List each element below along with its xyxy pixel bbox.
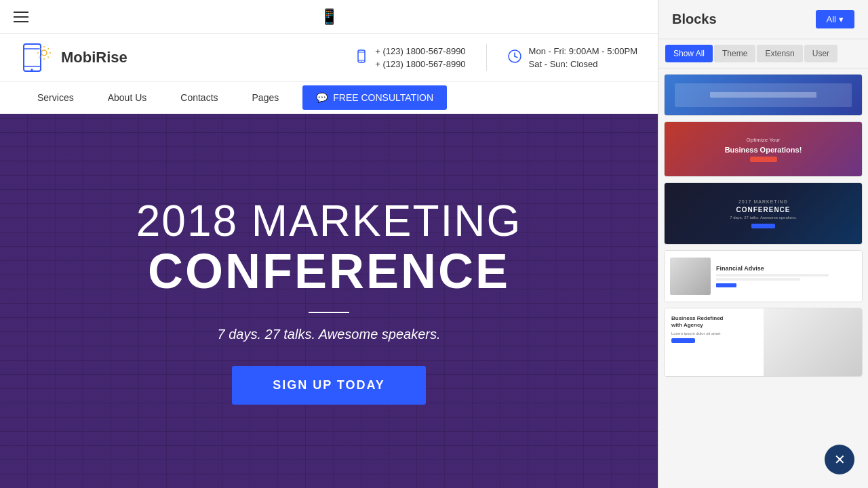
phone-text: + (123) 1800-567-8990 + (123) 1800-567-8… (375, 45, 465, 71)
main-nav: Services About Us Contacts Pages 💬 FREE … (0, 82, 658, 114)
hours-weekend: Sat - Sun: Closed (529, 58, 637, 71)
preview-3-visual: 2017 MARKETING CONFERENCE 7 days. 27 tal… (665, 183, 862, 244)
hero-subtitle: 7 days. 27 talks. Awesome speakers. (136, 327, 522, 342)
nav-pages[interactable]: Pages (235, 82, 296, 113)
svg-line-19 (515, 56, 517, 58)
sidebar-title: Blocks (672, 12, 717, 27)
block-preview-1[interactable] (664, 74, 863, 116)
phone-icon (355, 49, 368, 66)
preview-3-year: 2017 MARKETING (738, 199, 788, 204)
tab-user[interactable]: User (804, 45, 837, 62)
preview-5-image (764, 308, 863, 376)
preview-4-title: Financial Advise (716, 265, 856, 272)
hours-weekday: Mon - Fri: 9:00AM - 5:00PM (529, 45, 637, 58)
consultation-button[interactable]: 💬 FREE CONSULTATION (302, 85, 447, 110)
preview-3-meta: 7 days. 27 talks. Awesome speakers. (730, 216, 797, 220)
hours-text: Mon - Fri: 9:00AM - 5:00PM Sat - Sun: Cl… (529, 45, 637, 71)
preview-2-title2: Business Operations! (725, 146, 802, 154)
preview-4-text: Financial Advise (716, 265, 856, 287)
phone-secondary: + (123) 1800-567-8990 (375, 58, 465, 71)
hours-contact: Mon - Fri: 9:00AM - 5:00PM Sat - Sun: Cl… (507, 45, 637, 71)
contact-divider (486, 44, 487, 71)
preview-3-name: CONFERENCE (736, 206, 790, 214)
nav-contacts[interactable]: Contacts (163, 82, 235, 113)
close-button[interactable]: ✕ (825, 445, 854, 474)
svg-point-3 (31, 69, 33, 71)
preview-4-line2 (716, 278, 800, 281)
svg-line-11 (48, 48, 50, 49)
preview-2-visual: Optimize Your Business Operations! (665, 122, 862, 176)
svg-line-10 (48, 57, 50, 58)
svg-point-16 (361, 61, 362, 62)
tab-extensn[interactable]: Extensn (757, 45, 802, 62)
preview-4-button (716, 283, 736, 287)
signup-button[interactable]: SIGN UP TODAY (232, 366, 426, 405)
logo-icon (20, 41, 54, 75)
preview-1-visual (665, 75, 862, 115)
close-icon: ✕ (834, 451, 846, 468)
logo-text: MobiRise (61, 49, 127, 66)
sidebar-header: Blocks All ▾ (658, 0, 868, 39)
consultation-icon: 💬 (316, 92, 328, 103)
preview-5-title: Business Redefinedwith Agency (671, 315, 764, 329)
consultation-label: FREE CONSULTATION (333, 92, 433, 103)
preview-4-image (670, 258, 711, 295)
blocks-sidebar: Blocks All ▾ Show All Theme Extensn User (658, 0, 868, 488)
svg-point-4 (41, 50, 47, 56)
phone-primary: + (123) 1800-567-8990 (375, 45, 465, 58)
preview-5-content: Business Redefinedwith Agency Lorem ipsu… (671, 315, 764, 343)
tab-bar: Show All Theme Extensn User (658, 39, 868, 68)
block-preview-5[interactable]: Business Redefinedwith Agency Lorem ipsu… (664, 308, 863, 377)
block-previews: Optimize Your Business Operations! 2017 … (658, 68, 868, 488)
tab-theme[interactable]: Theme (714, 45, 755, 62)
phone-icon-top: 📱 (320, 8, 338, 26)
top-bar: 📱 (0, 0, 658, 34)
hero-title-line2: CONFERENCE (136, 245, 522, 298)
hero-divider (309, 312, 349, 313)
all-label: All (827, 14, 836, 24)
preview-4-line1 (716, 274, 829, 277)
preview-3-button (751, 224, 775, 228)
preview-2-title1: Optimize Your (747, 137, 781, 143)
hamburger-menu[interactable] (14, 12, 28, 22)
site-header: MobiRise + (123) 1800-567-8990 + (123) 1… (0, 34, 658, 82)
logo-area: MobiRise (20, 41, 127, 75)
chevron-down-icon: ▾ (839, 14, 844, 24)
phone-contact: + (123) 1800-567-8990 + (123) 1800-567-8… (355, 45, 465, 71)
block-preview-4[interactable]: Financial Advise (664, 250, 863, 302)
all-button[interactable]: All ▾ (816, 10, 854, 28)
preview-5-button (671, 338, 695, 343)
contact-info: + (123) 1800-567-8990 + (123) 1800-567-8… (355, 44, 637, 71)
nav-services[interactable]: Services (20, 82, 91, 113)
svg-rect-0 (24, 44, 41, 71)
svg-line-12 (39, 57, 41, 58)
block-preview-2[interactable]: Optimize Your Business Operations! (664, 121, 863, 177)
hero-section: 2018 MARKETING CONFERENCE 7 days. 27 tal… (0, 114, 658, 488)
preview-4-visual: Financial Advise (665, 251, 862, 302)
preview-2-button (750, 157, 777, 162)
preview-5-visual: Business Redefinedwith Agency Lorem ipsu… (665, 308, 862, 376)
hero-title-line1: 2018 MARKETING (136, 197, 522, 245)
block-preview-3[interactable]: 2017 MARKETING CONFERENCE 7 days. 27 tal… (664, 182, 863, 245)
main-area: 📱 MobiRise (0, 0, 658, 488)
tab-show-all[interactable]: Show All (665, 45, 713, 62)
preview-5-desc: Lorem ipsum dolor sit amet (671, 331, 764, 336)
hero-content: 2018 MARKETING CONFERENCE 7 days. 27 tal… (136, 197, 522, 405)
svg-line-9 (39, 48, 41, 49)
sidebar-wrapper: Blocks All ▾ Show All Theme Extensn User (658, 0, 868, 488)
nav-about[interactable]: About Us (91, 82, 164, 113)
clock-icon (507, 49, 522, 67)
